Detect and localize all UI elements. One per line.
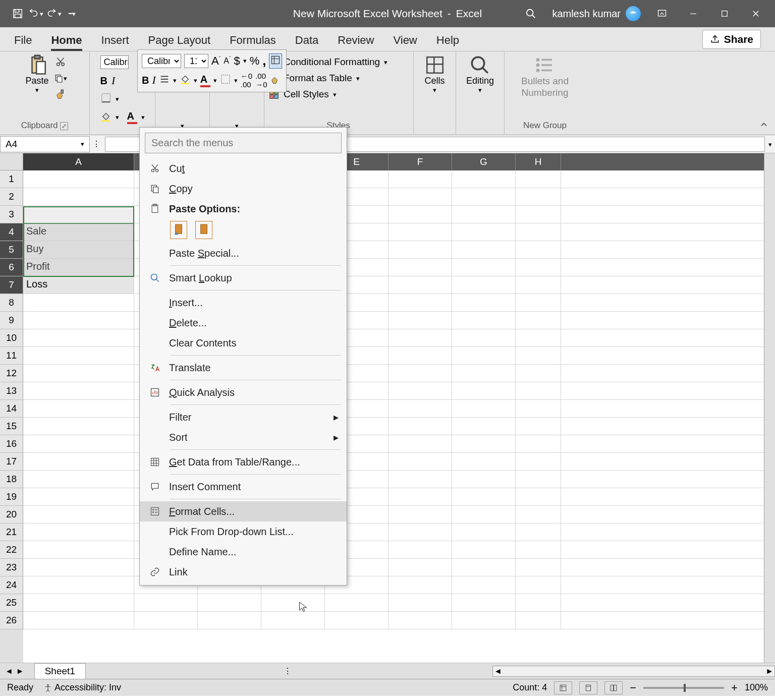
cell-F16[interactable] [389, 435, 452, 452]
cell-H24[interactable] [516, 576, 561, 594]
cell-F10[interactable] [389, 329, 452, 346]
close-icon[interactable] [746, 4, 766, 24]
cell-A19[interactable] [23, 488, 134, 505]
rowhdr-24[interactable]: 24 [0, 576, 23, 594]
cell-E25[interactable] [325, 594, 389, 611]
ctx-link[interactable]: Link [140, 562, 347, 582]
cell-G1[interactable] [452, 170, 516, 188]
cell-H8[interactable] [516, 294, 561, 311]
tab-help[interactable]: Help [436, 34, 459, 51]
cell-H7[interactable] [516, 276, 561, 294]
cell-A15[interactable] [23, 418, 134, 435]
rowhdr-23[interactable]: 23 [0, 559, 23, 576]
mini-align-icon[interactable] [159, 74, 170, 87]
tab-data[interactable]: Data [295, 34, 318, 51]
fill-color-icon[interactable] [100, 111, 112, 124]
cell-G20[interactable] [452, 506, 516, 523]
cell-A14[interactable] [23, 400, 134, 417]
rowhdr-13[interactable]: 13 [0, 382, 23, 400]
cell-F7[interactable] [389, 276, 452, 294]
zoom-level[interactable]: 100% [745, 682, 768, 693]
colhdr-G[interactable]: G [452, 153, 516, 170]
vscrollbar[interactable] [764, 153, 775, 663]
ctx-delete[interactable]: Delete... [140, 313, 347, 333]
rowhdr-25[interactable]: 25 [0, 594, 23, 612]
cell-F11[interactable] [389, 347, 452, 364]
mini-italic-icon[interactable]: I [152, 74, 155, 87]
cell-F2[interactable] [389, 188, 452, 205]
cell-G19[interactable] [452, 488, 516, 505]
colhdr-H[interactable]: H [516, 153, 561, 170]
tab-page-layout[interactable]: Page Layout [148, 34, 211, 51]
cell-G2[interactable] [452, 188, 516, 205]
cell-F15[interactable] [389, 418, 452, 435]
ribbon-display-icon[interactable] [652, 4, 672, 24]
cell-C25[interactable] [198, 594, 261, 611]
tab-view[interactable]: View [393, 34, 417, 51]
tab-home[interactable]: Home [51, 34, 82, 51]
ctx-format-cells[interactable]: Format Cells... [140, 501, 347, 521]
page-layout-view-icon[interactable] [579, 681, 597, 694]
ctx-paste-special[interactable]: Paste Special... [140, 243, 347, 263]
cell-H4[interactable] [516, 223, 561, 241]
cell-D26[interactable] [261, 612, 325, 629]
cell-A18[interactable] [23, 471, 134, 488]
cell-H3[interactable] [516, 206, 561, 223]
ctx-smart-lookup[interactable]: Smart Lookup [140, 268, 347, 288]
cell-F24[interactable] [389, 576, 452, 594]
cell-H17[interactable] [516, 453, 561, 470]
cell-G6[interactable] [452, 259, 516, 276]
rowhdr-14[interactable]: 14 [0, 400, 23, 418]
format-painter-icon[interactable] [54, 88, 67, 101]
ctx-cut[interactable]: Cut [140, 158, 347, 179]
cell-F8[interactable] [389, 294, 452, 311]
cell-F14[interactable] [389, 400, 452, 417]
cell-A2[interactable] [23, 188, 134, 205]
copy-icon[interactable]: ▾ [54, 72, 67, 85]
collapse-ribbon-icon[interactable] [759, 120, 769, 132]
ctx-define-name[interactable]: Define Name... [140, 542, 347, 562]
ctx-insert-comment[interactable]: Insert Comment [140, 477, 347, 497]
cell-F4[interactable] [389, 223, 452, 241]
mini-font-name[interactable]: Calibri [142, 54, 181, 68]
cell-H5[interactable] [516, 241, 561, 258]
cell-G7[interactable] [452, 276, 516, 294]
comma-icon[interactable]: , [262, 53, 266, 69]
share-button[interactable]: Share [702, 30, 761, 49]
rowhdr-16[interactable]: 16 [0, 435, 23, 453]
cell-F20[interactable] [389, 506, 452, 523]
cell-G8[interactable] [452, 294, 516, 311]
cell-B25[interactable] [134, 594, 198, 611]
font-color-icon[interactable]: A [127, 110, 137, 124]
cell-H23[interactable] [516, 559, 561, 576]
cell-H15[interactable] [516, 418, 561, 435]
ctx-get-data-from-table-range[interactable]: Get Data from Table/Range... [140, 452, 347, 472]
cell-G24[interactable] [452, 576, 516, 594]
cell-H19[interactable] [516, 488, 561, 505]
ctx-paste-options[interactable]: Paste Options: [140, 199, 347, 219]
rowhdr-10[interactable]: 10 [0, 329, 23, 347]
cell-A1[interactable] [23, 170, 134, 188]
rowhdr-7[interactable]: 7 [0, 276, 23, 294]
cell-G12[interactable] [452, 365, 516, 382]
cell-F5[interactable] [389, 241, 452, 258]
rowhdr-2[interactable]: 2 [0, 188, 23, 206]
editing-button[interactable]: Editing ▾ [463, 53, 497, 95]
ctx-filter[interactable]: Filter▸ [140, 407, 347, 427]
cell-A21[interactable] [23, 523, 134, 541]
sheet-tab[interactable]: Sheet1 [34, 663, 86, 679]
accessibility-status[interactable]: Accessibility: Inv [43, 682, 121, 693]
cell-F18[interactable] [389, 471, 452, 488]
cell-A13[interactable] [23, 382, 134, 399]
rowhdr-1[interactable]: 1 [0, 170, 23, 188]
menu-search[interactable] [145, 133, 342, 153]
zoom-slider[interactable] [643, 687, 724, 689]
cell-G25[interactable] [452, 594, 516, 611]
paste-button[interactable]: Paste ▾ [22, 53, 51, 95]
hscroll-opts-icon[interactable]: ⋮ [284, 666, 295, 676]
cell-G17[interactable] [452, 453, 516, 470]
cell-G23[interactable] [452, 559, 516, 576]
paste-option-values[interactable] [195, 221, 212, 239]
tab-file[interactable]: File [14, 34, 32, 51]
cell-G13[interactable] [452, 382, 516, 399]
